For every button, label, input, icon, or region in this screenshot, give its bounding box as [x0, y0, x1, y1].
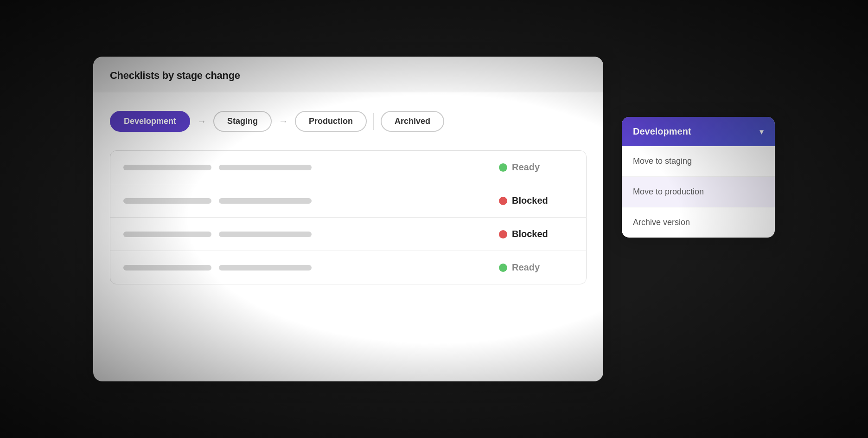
- checklist-table: Ready Blocked: [110, 150, 587, 284]
- scene: Checklists by stage change Development →…: [93, 57, 775, 381]
- main-card-body: Development → Staging → Production Archi…: [93, 92, 603, 303]
- dropdown-card: Development ▾ Move to staging Move to pr…: [622, 117, 775, 238]
- dropdown-header[interactable]: Development ▾: [622, 117, 775, 146]
- status-label: Ready: [512, 262, 540, 273]
- bar-4a: [123, 265, 211, 271]
- arrow-1: →: [190, 116, 213, 127]
- dropdown-selected-value: Development: [633, 126, 691, 137]
- bar-3b: [219, 232, 312, 237]
- dropdown-item-archive-version[interactable]: Archive version: [622, 207, 775, 238]
- bar-4b: [219, 265, 312, 271]
- status-dot-red: [499, 197, 507, 205]
- bar-3a: [123, 232, 211, 237]
- status-badge: Blocked: [499, 229, 573, 239]
- row-bars: [123, 198, 490, 204]
- row-bars: [123, 165, 490, 170]
- table-row: Ready: [110, 151, 586, 184]
- table-row: Blocked: [110, 218, 586, 251]
- arrow-2: →: [272, 116, 295, 127]
- stage-pipeline: Development → Staging → Production Archi…: [110, 111, 587, 132]
- stage-production[interactable]: Production: [295, 111, 367, 132]
- main-card: Checklists by stage change Development →…: [93, 57, 603, 381]
- dropdown-item-move-production[interactable]: Move to production: [622, 177, 775, 207]
- status-label: Blocked: [512, 229, 548, 239]
- stage-archived[interactable]: Archived: [381, 111, 444, 132]
- dropdown-item-move-staging[interactable]: Move to staging: [622, 146, 775, 177]
- status-label: Ready: [512, 162, 540, 173]
- status-dot-red: [499, 230, 507, 238]
- pipeline-separator: [373, 113, 374, 130]
- stage-development[interactable]: Development: [110, 111, 190, 132]
- status-badge: Ready: [499, 262, 573, 273]
- row-bars: [123, 232, 490, 237]
- table-row: Ready: [110, 251, 586, 284]
- stage-staging[interactable]: Staging: [213, 111, 272, 132]
- table-row: Blocked: [110, 184, 586, 218]
- bar-1a: [123, 165, 211, 170]
- bar-2a: [123, 198, 211, 204]
- bar-2b: [219, 198, 312, 204]
- status-dot-green: [499, 264, 507, 272]
- status-badge: Ready: [499, 162, 573, 173]
- page-title: Checklists by stage change: [110, 70, 587, 82]
- chevron-down-icon: ▾: [760, 127, 764, 137]
- main-card-header: Checklists by stage change: [93, 57, 603, 92]
- status-label: Blocked: [512, 195, 548, 206]
- bar-1b: [219, 165, 312, 170]
- status-dot-green: [499, 163, 507, 172]
- status-badge: Blocked: [499, 195, 573, 206]
- row-bars: [123, 265, 490, 271]
